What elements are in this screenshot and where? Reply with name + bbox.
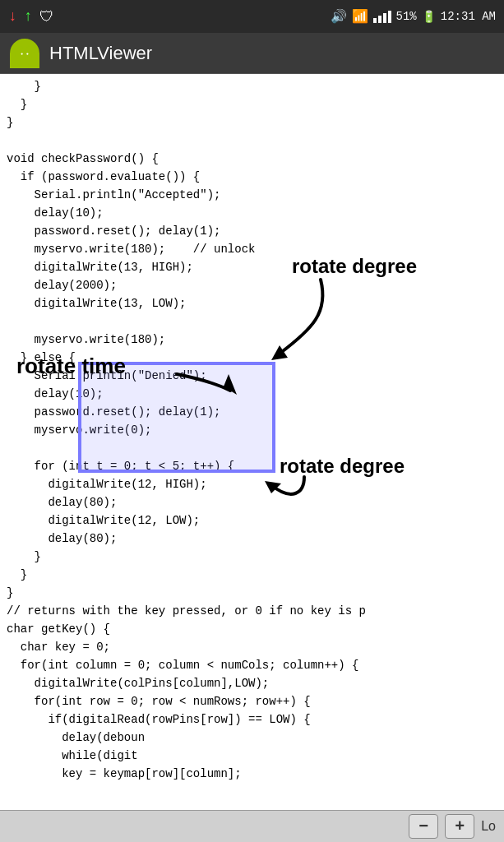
bottom-bar: − + Lo bbox=[0, 810, 504, 842]
svg-point-8 bbox=[26, 53, 28, 54]
zoom-in-button[interactable]: + bbox=[445, 814, 474, 839]
svg-rect-4 bbox=[31, 51, 34, 57]
svg-rect-5 bbox=[20, 59, 22, 64]
upload-arrow-icon: ↑ bbox=[24, 8, 33, 25]
zoom-out-button[interactable]: − bbox=[409, 814, 438, 839]
battery-percentage: 51% bbox=[396, 10, 417, 23]
status-right: 🔊 📶 51% 🔋 12:31 AM bbox=[331, 8, 496, 25]
svg-rect-6 bbox=[27, 59, 30, 64]
time-display: 12:31 AM bbox=[441, 10, 496, 23]
signal-bar-3 bbox=[383, 13, 386, 23]
status-bar: ↓ ↑ 🛡 🔊 📶 51% 🔋 12:31 AM bbox=[0, 0, 504, 33]
svg-line-10 bbox=[28, 44, 30, 46]
title-bar: HTMLViewer bbox=[0, 33, 504, 74]
status-left: ↓ ↑ 🛡 bbox=[8, 8, 54, 25]
svg-rect-3 bbox=[16, 51, 18, 57]
svg-point-7 bbox=[21, 53, 23, 54]
download-arrow-icon: ↓ bbox=[8, 8, 17, 25]
wifi-icon: 📶 bbox=[352, 8, 368, 25]
battery-icon: 🔋 bbox=[422, 10, 436, 24]
volume-icon: 🔊 bbox=[331, 8, 347, 25]
signal-bar-4 bbox=[388, 11, 391, 23]
signal-bar-2 bbox=[378, 16, 381, 23]
code-area[interactable]: } } } void checkPassword() { if (passwor… bbox=[0, 74, 504, 810]
svg-line-9 bbox=[19, 44, 21, 46]
shield-icon: 🛡 bbox=[39, 8, 54, 25]
app-title: HTMLViewer bbox=[49, 43, 152, 64]
signal-bars bbox=[373, 11, 391, 23]
android-logo bbox=[10, 39, 39, 68]
code-content: } } } void checkPassword() { if (passwor… bbox=[0, 77, 504, 783]
svg-rect-0 bbox=[18, 51, 32, 60]
signal-bar-1 bbox=[373, 18, 377, 23]
lo-label: Lo bbox=[481, 819, 496, 834]
